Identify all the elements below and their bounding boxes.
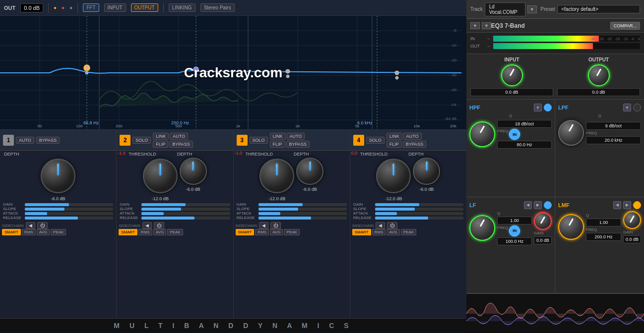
lmf-freq-value[interactable]: 200.0 Hz xyxy=(586,233,621,241)
lpf-freq-value[interactable]: 20.0 kHz xyxy=(586,136,641,144)
band-1-power-btn[interactable]: ⏻ xyxy=(37,222,48,229)
band-1-gain-bar[interactable] xyxy=(25,203,113,206)
output-gain-knob[interactable] xyxy=(588,64,610,86)
lpf-slope-value[interactable]: 6 dB/oct xyxy=(586,122,641,130)
band-4-bypass[interactable]: BYPASS xyxy=(403,141,426,148)
lf-in-btn[interactable]: IN xyxy=(509,225,520,236)
eq3-dropdown-btn-1[interactable]: ▼ xyxy=(470,22,480,29)
hpf-slope-value[interactable]: 18 dB/oct xyxy=(497,120,552,128)
band-3-flip[interactable]: FLIP xyxy=(270,141,285,148)
hpf-freq-knob[interactable] xyxy=(469,121,495,147)
lf-up-btn[interactable]: ▶ xyxy=(534,201,542,209)
band-4-auto[interactable]: AUTO xyxy=(403,133,422,140)
output-value[interactable]: 0.0 dB xyxy=(20,3,43,12)
lf-gain-value[interactable]: 0.0 dB xyxy=(534,236,552,244)
band-2-gain-bar[interactable] xyxy=(141,203,230,206)
eq-display[interactable]: -6 -10 -20 -30 -40 -54 -84 dB 50 100 200… xyxy=(0,16,466,130)
lpf-onoff-btn[interactable] xyxy=(633,104,641,111)
input-gain-knob[interactable] xyxy=(501,64,523,86)
band-2-solo[interactable]: SOLO xyxy=(132,137,151,144)
band-2-peak-btn[interactable]: PEAK xyxy=(167,229,183,235)
band-2-attack-bar[interactable] xyxy=(141,212,230,215)
lf-onoff-btn[interactable] xyxy=(544,201,552,209)
band-2-link[interactable]: LINK xyxy=(153,133,169,140)
band-3-sidechain-btn[interactable]: ◀ xyxy=(259,222,268,229)
band-3-bypass[interactable]: BYPASS xyxy=(286,141,310,148)
band-3-gain-bar[interactable] xyxy=(258,203,347,206)
band-1-peak-btn[interactable]: PEAK xyxy=(51,229,66,235)
band-3-attack-bar[interactable] xyxy=(258,212,347,215)
band-1-sidechain-btn[interactable]: ◀ xyxy=(26,222,35,229)
band-2-slope-bar[interactable] xyxy=(141,208,230,211)
lmf-onoff-btn[interactable] xyxy=(633,201,641,209)
band-2-bypass[interactable]: BYPASS xyxy=(169,141,193,148)
band-2-power-btn[interactable]: ⏻ xyxy=(154,222,164,229)
band-2-threshold-knob[interactable] xyxy=(143,159,178,193)
lf-q-value[interactable]: 1.00 xyxy=(497,217,532,224)
lf-freq-value[interactable]: 100.0 Hz xyxy=(497,237,532,245)
output-value[interactable]: 0.0 dB xyxy=(557,88,640,96)
band-4-attack-bar[interactable] xyxy=(375,212,463,215)
hpf-onoff-btn[interactable] xyxy=(544,104,552,111)
hpf-in-btn[interactable]: IN xyxy=(509,129,520,140)
lmf-up-btn[interactable]: ▶ xyxy=(623,201,631,209)
track-value[interactable]: Ld Vocal.COMP xyxy=(485,2,525,16)
hpf-freq-value[interactable]: 80.0 Hz xyxy=(497,141,552,149)
band-1-depth-knob[interactable] xyxy=(41,159,75,193)
band-2-avg-btn[interactable]: AVG xyxy=(153,229,166,235)
lpf-down-btn[interactable]: ▼ xyxy=(623,104,631,111)
lmf-freq-knob[interactable] xyxy=(558,214,584,240)
band-3-release-bar[interactable] xyxy=(258,217,347,220)
linking-button[interactable]: LINKING xyxy=(169,3,195,12)
band-3-solo[interactable]: SOLO xyxy=(250,137,268,144)
band-4-avg-btn[interactable]: AVG xyxy=(386,229,399,235)
stereo-button[interactable]: Stereo Pairs xyxy=(200,3,235,12)
band-1-release-bar[interactable] xyxy=(25,217,113,220)
band-2-release-bar[interactable] xyxy=(141,217,230,220)
band-4-link[interactable]: LINK xyxy=(386,133,402,140)
band-4-release-bar[interactable] xyxy=(375,217,463,220)
band-4-depth-knob[interactable] xyxy=(413,158,440,185)
band-2-rms-btn[interactable]: RMS xyxy=(138,229,152,235)
band-2-smart-btn[interactable]: SMART xyxy=(119,229,137,235)
band-1-rms-btn[interactable]: RMS xyxy=(22,229,36,235)
lpf-freq-knob[interactable] xyxy=(558,120,584,146)
lmf-q-value[interactable]: 1.00 xyxy=(586,219,621,226)
band-4-slope-bar[interactable] xyxy=(375,208,463,211)
lmf-down-btn[interactable]: ◀ xyxy=(613,201,621,209)
band-3-rms-btn[interactable]: RMS xyxy=(255,229,269,235)
band-1-bypass[interactable]: BYPASS xyxy=(36,137,60,144)
band-1-avg-btn[interactable]: AVG xyxy=(37,229,50,235)
output-button[interactable]: OUTPUT xyxy=(131,3,158,12)
band-2-auto[interactable]: AUTO xyxy=(170,133,188,140)
band-4-flip[interactable]: FLIP xyxy=(386,141,402,148)
band-2-depth-knob[interactable] xyxy=(180,158,207,185)
band-3-auto[interactable]: AUTO xyxy=(287,133,305,140)
band-1-auto[interactable]: AUTO xyxy=(16,137,34,144)
band-4-smart-btn[interactable]: SMART xyxy=(352,229,371,235)
lmf-gain-knob[interactable] xyxy=(623,211,641,229)
band-3-link[interactable]: LINK xyxy=(270,133,286,140)
preset-value[interactable]: <factory default> xyxy=(557,5,641,13)
band-4-sidechain-btn[interactable]: ◀ xyxy=(376,222,385,229)
lmf-gain-value[interactable]: 0.0 dB xyxy=(623,235,641,243)
band-2-flip[interactable]: FLIP xyxy=(153,141,168,148)
lf-freq-knob[interactable] xyxy=(469,215,495,241)
band-4-peak-btn[interactable]: PEAK xyxy=(401,229,416,235)
band-4-solo[interactable]: SOLO xyxy=(366,137,385,144)
band-3-slope-bar[interactable] xyxy=(258,208,347,211)
track-dropdown-btn[interactable]: ▼ xyxy=(527,5,537,13)
band-3-avg-btn[interactable]: AVG xyxy=(270,229,283,235)
band-4-gain-bar[interactable] xyxy=(375,203,463,206)
band-1-attack-bar[interactable] xyxy=(25,212,113,215)
band-1-slope-bar[interactable] xyxy=(25,208,113,211)
hpf-down-btn[interactable]: ▼ xyxy=(534,104,542,111)
band-3-threshold-knob[interactable] xyxy=(259,159,294,193)
band-2-sidechain-btn[interactable]: ◀ xyxy=(142,222,152,229)
band-3-power-btn[interactable]: ⏻ xyxy=(270,222,281,229)
lf-down-btn[interactable]: ◀ xyxy=(524,201,532,209)
compare-button[interactable]: COMPAR... xyxy=(610,22,640,30)
band-3-depth-knob[interactable] xyxy=(296,158,323,185)
band-4-threshold-knob[interactable] xyxy=(376,159,411,193)
band-1-smart-btn[interactable]: SMART xyxy=(2,229,21,235)
